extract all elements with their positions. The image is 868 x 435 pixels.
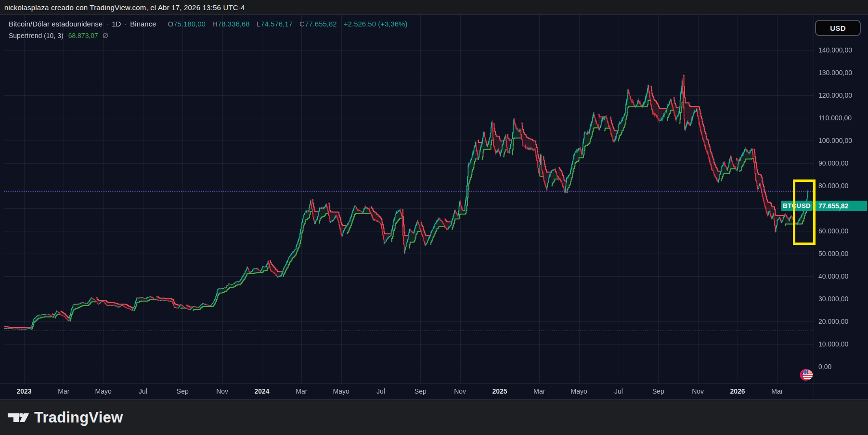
price-axis-tick: 90.000,00 [818,159,848,167]
tradingview-logo-icon [8,409,29,427]
tradingview-logo-text: TradingView [34,409,123,426]
price-axis-tick: 80.000,00 [818,182,848,190]
time-axis-tick: Mayo [571,387,587,395]
price-axis-tick: 20.000,00 [818,318,848,325]
high-letter: H [212,20,218,28]
time-axis-tick: Nov [692,387,704,395]
time-axis-tick: Sep [652,387,664,395]
indicator-value: 68.873,07 [68,32,98,39]
time-axis-tick: Jul [139,387,147,395]
time-axis-tick: Nov [454,387,466,395]
highlight-rectangle[interactable] [793,179,816,245]
time-axis-tick: Mayo [333,387,350,395]
time-axis-tick: 2025 [492,387,507,395]
tradingview-logo[interactable]: TradingView [8,409,123,427]
price-axis-tick: 110.000,00 [818,114,852,122]
price-axis-tick: 50.000,00 [818,250,848,257]
price-axis-tick: 10.000,00 [818,340,848,348]
exchange-label: Binance [130,20,156,28]
price-axis-tick: 140.000,00 [818,46,852,54]
price-axis-tick: 0,00 [818,363,831,371]
legend-separator: · [106,20,108,28]
usd-flag-icon [800,368,814,382]
time-axis-tick: Mar [533,387,545,395]
watermark-bar: nickolasplaza creado con TradingView.com… [0,0,868,14]
time-axis-tick: Nov [216,387,228,395]
time-axis-tick: Mar [58,387,69,395]
change-value: +2.526,50 (+3,36%) [344,20,408,28]
chart-widget: Bitcoin/Dólar estadounidense · 1D · Bina… [0,14,868,400]
symbol-legend-row[interactable]: Bitcoin/Dólar estadounidense · 1D · Bina… [9,20,407,30]
ohlc-values: O75.180,00 H78.336,68 L74.576,17 C77.655… [163,20,408,28]
interval-label[interactable]: 1D [112,20,121,28]
time-axis-tick: Sep [177,387,189,395]
time-axis-tick: Mar [296,387,307,395]
last-price-axis-label: 77.655,82 [814,201,867,211]
indicator-legend-row[interactable]: Supertrend (10, 3) 68.873,07 Ø [9,31,407,42]
low-letter: L [257,20,260,28]
time-axis-tick: Mar [771,387,783,395]
legend-separator: · [124,20,127,28]
watermark-text: nickolasplaza creado con TradingView.com… [0,3,245,12]
time-axis[interactable]: 2023MarMayoJulSepNov2024MarMayoJulSepNov… [0,383,868,400]
symbol-title[interactable]: Bitcoin/Dólar estadounidense [9,20,103,28]
currency-usd-button[interactable]: USD [815,20,861,36]
tradingview-footer: TradingView [0,400,868,435]
price-axis-tick: 60.000,00 [818,227,848,235]
price-axis-tick: 130.000,00 [818,69,852,77]
time-axis-tick: Sep [415,387,427,395]
chart-legend: Bitcoin/Dólar estadounidense · 1D · Bina… [9,20,407,42]
time-axis-tick: Mayo [95,387,112,395]
open-value: 75.180,00 [173,20,206,28]
open-letter: O [168,20,174,28]
time-axis-tick: 2024 [254,387,269,395]
tradingview-chart-screenshot: nickolasplaza creado con TradingView.com… [0,0,868,435]
time-axis-tick: 2023 [16,387,31,395]
close-value: 77.655,82 [305,20,337,28]
price-axis-tick: 40.000,00 [818,272,848,280]
close-letter: C [299,20,305,28]
time-axis-tick: 2026 [730,387,745,395]
indicator-suffix-icon: Ø [103,31,108,39]
price-axis-tick: 30.000,00 [818,295,848,303]
high-value: 78.336,68 [218,20,250,28]
time-axis-tick: Jul [376,387,385,395]
price-axis-tick: 120.000,00 [818,91,852,99]
low-value: 74.576,17 [260,20,293,28]
indicator-name[interactable]: Supertrend (10, 3) [9,32,64,39]
price-axis-tick: 100.000,00 [818,137,852,144]
price-chart-canvas[interactable] [0,15,868,400]
time-axis-tick: Jul [614,387,623,395]
